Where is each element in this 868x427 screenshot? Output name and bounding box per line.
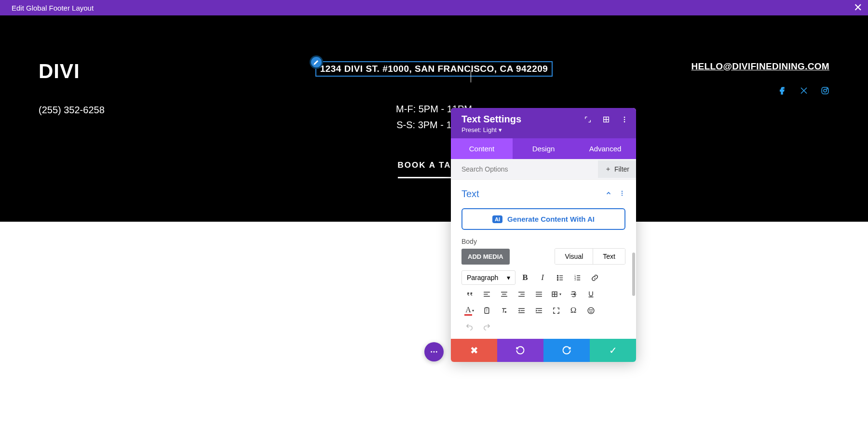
align-left-button[interactable]: [479, 287, 494, 301]
editor-mode-tabs: Visual Text: [555, 248, 625, 265]
expand-icon[interactable]: [584, 116, 592, 125]
rich-text-toolbar: Paragraph ▾ B I 123 ▾ A▾ T Ω: [451, 267, 636, 339]
redo-editor-button[interactable]: [479, 320, 494, 334]
svg-point-10: [557, 275, 558, 276]
tab-content[interactable]: Content: [451, 138, 513, 159]
collapse-icon[interactable]: [605, 190, 612, 199]
panel-header[interactable]: Text Settings Preset: Light ▾: [451, 108, 636, 138]
bold-button[interactable]: B: [517, 270, 533, 285]
panel-tabs: Content Design Advanced: [451, 138, 636, 159]
svg-point-11: [557, 277, 558, 278]
footer-email-link[interactable]: HELLO@DIVIFINEDINING.COM: [692, 61, 829, 71]
svg-point-20: [589, 309, 590, 310]
plus-icon: ＋: [605, 165, 611, 173]
svg-point-12: [557, 279, 558, 280]
footer-address[interactable]: 1234 DIVI ST. #1000, SAN FRANCISCO, CA 9…: [320, 64, 548, 74]
table-button[interactable]: ▾: [548, 287, 564, 301]
undo-editor-button[interactable]: [461, 320, 477, 334]
cancel-button[interactable]: ✖: [451, 339, 497, 362]
svg-point-22: [431, 351, 432, 353]
x-twitter-icon[interactable]: [800, 86, 808, 97]
site-logo[interactable]: DIVI: [39, 61, 207, 81]
svg-point-8: [622, 192, 623, 193]
edit-header-title: Edit Global Footer Layout: [12, 4, 94, 12]
add-media-button[interactable]: ADD MEDIA: [461, 249, 510, 265]
instagram-icon[interactable]: [821, 86, 829, 97]
svg-point-4: [624, 117, 625, 118]
redo-button[interactable]: [543, 339, 590, 362]
text-settings-panel[interactable]: Text Settings Preset: Light ▾ Content De…: [451, 108, 636, 362]
close-icon[interactable]: ✕: [854, 2, 862, 13]
text-color-button[interactable]: A▾: [461, 303, 477, 318]
footer-col-left: DIVI (255) 352-6258: [39, 61, 207, 193]
ai-badge-icon: AI: [492, 215, 502, 223]
special-char-button[interactable]: Ω: [566, 303, 581, 318]
panel-title: Text Settings: [461, 114, 521, 125]
footer-col-right: HELLO@DIVIFINEDINING.COM: [661, 61, 829, 193]
tab-advanced[interactable]: Advanced: [574, 138, 636, 159]
underline-button[interactable]: [583, 287, 598, 301]
svg-point-7: [622, 190, 623, 191]
svg-point-5: [624, 119, 625, 120]
svg-point-9: [622, 194, 623, 195]
fullscreen-button[interactable]: [548, 303, 564, 318]
chevron-down-icon: ▾: [507, 274, 510, 281]
blockquote-button[interactable]: [461, 287, 477, 301]
undo-button[interactable]: [497, 339, 543, 362]
emoji-button[interactable]: [583, 303, 598, 318]
footer-preview-canvas[interactable]: DIVI (255) 352-6258 1234 DIVI ST. #1000,…: [0, 15, 868, 222]
snap-grid-icon[interactable]: [602, 116, 610, 125]
text-mode-tab[interactable]: Text: [593, 249, 625, 264]
italic-button[interactable]: I: [535, 270, 550, 285]
outdent-button[interactable]: [514, 303, 529, 318]
text-section-title: Text: [461, 188, 479, 200]
indent-button[interactable]: [531, 303, 546, 318]
search-options-row: ＋ Filter: [451, 159, 636, 180]
svg-text:T: T: [486, 309, 488, 312]
search-options-input[interactable]: [461, 159, 598, 179]
body-field-label: Body: [451, 238, 636, 245]
svg-point-23: [434, 351, 435, 353]
svg-point-24: [436, 351, 437, 353]
svg-point-6: [624, 121, 625, 122]
more-menu-icon[interactable]: [621, 116, 628, 125]
tab-design[interactable]: Design: [513, 138, 574, 159]
link-button[interactable]: [587, 270, 602, 285]
facebook-icon[interactable]: [778, 86, 787, 97]
edit-module-icon[interactable]: [310, 55, 323, 69]
align-justify-button[interactable]: [531, 287, 546, 301]
svg-point-2: [827, 88, 827, 89]
text-section-header[interactable]: Text: [451, 180, 636, 204]
section-more-icon[interactable]: [619, 190, 625, 199]
footer-phone[interactable]: (255) 352-6258: [39, 105, 207, 116]
clear-formatting-button[interactable]: [496, 303, 512, 318]
bullet-list-button[interactable]: [552, 270, 568, 285]
generate-ai-button[interactable]: AI Generate Content With AI: [461, 208, 625, 230]
save-button[interactable]: ✓: [590, 339, 636, 362]
align-right-button[interactable]: [514, 287, 529, 301]
svg-point-21: [591, 309, 592, 310]
edit-header-bar[interactable]: Edit Global Footer Layout ✕: [0, 0, 868, 15]
align-center-button[interactable]: [496, 287, 512, 301]
preset-selector[interactable]: Preset: Light ▾: [461, 126, 521, 133]
strikethrough-button[interactable]: [566, 287, 581, 301]
numbered-list-button[interactable]: 123: [570, 270, 585, 285]
filter-button[interactable]: ＋ Filter: [598, 160, 636, 178]
builder-fab-button[interactable]: [424, 342, 444, 361]
social-icons-row: [661, 86, 829, 97]
svg-text:3: 3: [574, 279, 576, 281]
selected-text-module[interactable]: 1234 DIVI ST. #1000, SAN FRANCISCO, CA 9…: [315, 61, 553, 77]
paste-text-button[interactable]: T: [479, 303, 494, 318]
svg-point-1: [824, 89, 827, 92]
format-paragraph-select[interactable]: Paragraph ▾: [461, 270, 515, 285]
visual-mode-tab[interactable]: Visual: [555, 249, 593, 264]
panel-action-bar: ✖ ✓: [451, 339, 636, 362]
svg-point-19: [588, 307, 594, 314]
